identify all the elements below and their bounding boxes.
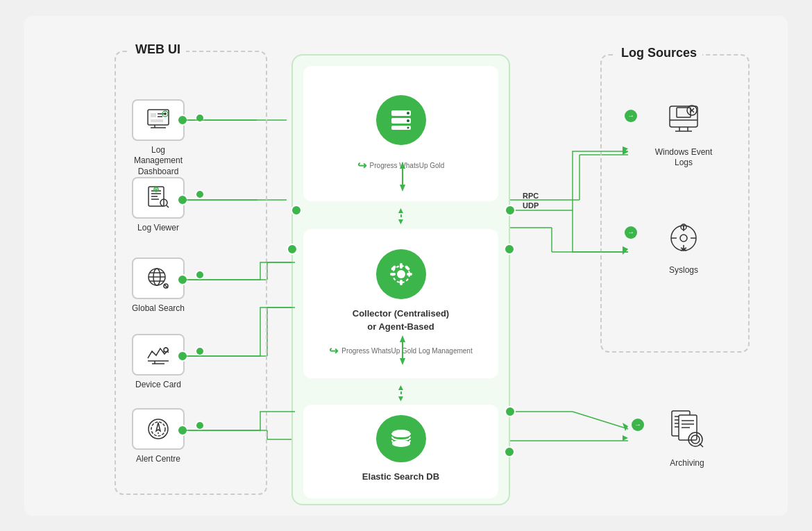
arrow-top-mid: ▲ ▼ [393, 206, 409, 226]
svg-rect-79 [677, 108, 691, 117]
log-viewer-connector [195, 189, 205, 199]
collector-panel: Collector (Centralised)or Agent-Based ↪ … [303, 229, 498, 378]
log-viewer-icon [145, 185, 171, 211]
server-icon [387, 106, 415, 134]
elasticsearch-label: Elastic Search DB [362, 471, 439, 483]
arrow-mid-bot: ▲ ▼ [393, 383, 409, 403]
device-card-label: Device Card [135, 380, 181, 391]
gear-icon [387, 260, 415, 288]
log-management-label: Log ManagementDashboard [127, 145, 189, 178]
web-ui-title: WEB UI [130, 42, 186, 57]
windows-arrow: → [625, 110, 637, 122]
alert-centre-connector [195, 421, 205, 430]
log-management-connector [195, 113, 205, 123]
archive-icon [666, 408, 708, 450]
svg-point-64 [407, 119, 409, 122]
whatsup-gold-panel: ↪ Progress WhatsUp Gold [303, 66, 498, 201]
log-management-icon [145, 107, 171, 133]
alert-centre-label: Alert Centre [136, 454, 180, 465]
syslogs-icon [657, 214, 710, 262]
whatsup-gold-circle [376, 95, 426, 145]
web-ui-item-device-card: Device Card [127, 334, 189, 391]
svg-point-97 [683, 228, 684, 229]
center-rpc-dot [504, 244, 515, 255]
elasticsearch-circle [376, 415, 426, 463]
windows-event-icon [666, 102, 702, 138]
global-search-label: Global Search [132, 303, 185, 314]
svg-marker-123 [623, 423, 628, 431]
svg-rect-26 [151, 119, 163, 122]
svg-rect-69 [400, 280, 403, 285]
windows-label: Windows EventLogs [655, 147, 713, 169]
collector-logo: ↪ Progress WhatsUp Gold Log Management [329, 344, 472, 357]
web-ui-item-alert-centre: Alert Centre [127, 408, 189, 465]
center-left-dot [287, 244, 298, 255]
web-ui-item-log-management: Log ManagementDashboard [127, 99, 189, 178]
svg-point-65 [407, 126, 409, 128]
svg-point-77 [392, 440, 410, 447]
alert-centre-icon-box [132, 408, 185, 450]
global-search-icon-box [132, 258, 185, 299]
log-viewer-icon-box [132, 177, 185, 219]
windows-icon [657, 96, 710, 144]
device-card-icon [145, 342, 171, 368]
svg-rect-71 [407, 273, 412, 276]
elasticsearch-panel: Elastic Search DB [303, 405, 498, 498]
log-management-icon-box [132, 99, 185, 141]
whatsup-gold-logo: ↪ Progress WhatsUp Gold [357, 159, 445, 172]
svg-line-52 [167, 351, 169, 353]
collector-sublabel: Progress WhatsUp Gold Log Management [341, 347, 472, 355]
svg-line-109 [700, 444, 703, 447]
rpc-label: RPC [523, 192, 539, 200]
log-sources-title: Log Sources [616, 46, 702, 60]
svg-rect-73 [404, 265, 409, 271]
svg-line-122 [573, 412, 628, 429]
web-ui-item-global-search: Global Search [127, 258, 189, 314]
log-viewer-label: Log Viewer [137, 223, 179, 234]
web-ui-item-log-viewer: Log Viewer [127, 177, 189, 234]
global-search-icon [145, 265, 171, 292]
svg-rect-23 [151, 113, 156, 117]
archiving-label: Archiving [670, 458, 704, 469]
device-card-icon-box [132, 334, 185, 376]
log-source-windows: → Windows EventLogs [638, 96, 729, 169]
svg-marker-21 [623, 435, 628, 441]
svg-marker-58 [156, 423, 160, 431]
database-icon [387, 425, 415, 453]
center-architecture-box: ↪ Progress WhatsUp Gold ▲ ▼ [291, 54, 510, 505]
svg-point-63 [407, 112, 409, 115]
archiving-arrow: → [632, 419, 644, 431]
log-source-syslogs: → Syslogs [638, 214, 729, 276]
svg-point-66 [397, 270, 405, 278]
center-elastic-dot [504, 446, 515, 457]
device-card-connector [195, 346, 205, 356]
whatsup-gold-label: Progress WhatsUp Gold [370, 162, 445, 169]
syslogs-label: Syslogs [669, 265, 698, 276]
udp-label: UDP [523, 201, 539, 210]
collector-label: Collector (Centralised)or Agent-Based [353, 307, 449, 332]
svg-line-38 [167, 205, 169, 208]
svg-rect-70 [390, 273, 396, 276]
log-source-archiving: → Archiving [638, 403, 736, 469]
global-search-connector [195, 270, 205, 280]
svg-point-92 [680, 235, 687, 242]
archiving-icon [656, 403, 718, 455]
syslogs-arrow: → [625, 226, 637, 239]
alert-centre-icon [145, 416, 171, 442]
syslog-icon [666, 220, 702, 256]
svg-rect-68 [400, 263, 403, 269]
collector-circle [376, 249, 426, 299]
diagram-container: WEB UI Log ManagementDashboard [24, 16, 788, 516]
svg-line-53 [163, 351, 164, 353]
